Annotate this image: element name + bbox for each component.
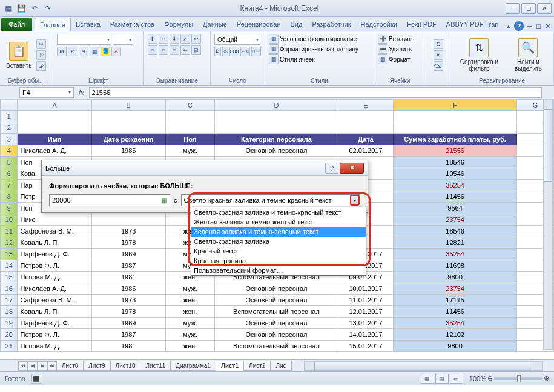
underline-icon[interactable]: Ч xyxy=(79,47,88,56)
doc-restore-icon[interactable]: ◻ xyxy=(536,22,541,30)
cell-salary[interactable]: 35254 xyxy=(394,249,517,260)
row-header-7[interactable]: 7 xyxy=(1,180,18,191)
dropdown-option[interactable]: Красная граница xyxy=(191,256,366,266)
dropdown-option[interactable]: Красный текст xyxy=(191,246,366,256)
redo-icon[interactable]: ↷ xyxy=(42,3,53,14)
fill-icon[interactable]: ▼ xyxy=(434,50,443,60)
save-icon[interactable]: 💾 xyxy=(16,3,27,14)
cell-salary[interactable]: 35254 xyxy=(394,180,517,191)
vertical-scrollbar[interactable] xyxy=(543,99,553,350)
cell-cat[interactable]: Вспомогательный персонал xyxy=(215,306,338,318)
format-as-table-button[interactable]: ▦Форматировать как таблицу xyxy=(269,44,370,54)
row-header-13[interactable]: 13 xyxy=(1,249,18,260)
cell-sex[interactable]: жен. xyxy=(165,306,214,318)
copy-icon[interactable]: ⎘ xyxy=(36,50,46,60)
cell-name[interactable]: Нико xyxy=(18,214,91,226)
cell-dob[interactable]: 1987 xyxy=(91,260,165,272)
table-header[interactable]: Имя xyxy=(18,134,91,145)
cell-date[interactable]: 10.01.2017 xyxy=(338,283,394,295)
cell-name[interactable]: Сафронова В. М. xyxy=(18,226,91,237)
row-header-6[interactable]: 6 xyxy=(1,168,18,180)
fill-color-icon[interactable]: 🪣 xyxy=(101,47,110,56)
zoom-slider[interactable] xyxy=(494,377,542,380)
cell-styles-button[interactable]: ▦Стили ячеек xyxy=(269,54,370,64)
cell[interactable] xyxy=(165,111,214,122)
wrap-text-icon[interactable]: ↩ xyxy=(191,34,201,44)
tab-разметка стра[interactable]: Разметка стра xyxy=(105,18,159,31)
tab-abbyy pdf tran[interactable]: ABBYY PDF Tran xyxy=(441,18,504,31)
tab-вставка[interactable]: Вставка xyxy=(71,18,105,31)
sheet-tab-Лист1[interactable]: Лист1 xyxy=(216,361,244,371)
format-select[interactable]: Светло-красная заливка и темно-красный т… xyxy=(181,194,361,206)
dropdown-option[interactable]: Светло-красная заливка xyxy=(191,237,366,246)
cell-name[interactable]: Петров Ф. Л. xyxy=(18,260,91,272)
zoom-slider-thumb[interactable] xyxy=(517,375,521,382)
cell-sex[interactable]: жен. xyxy=(165,295,214,306)
dec-decimal-icon[interactable]: 0→ xyxy=(251,47,261,56)
row-header-21[interactable]: 21 xyxy=(1,341,18,352)
cell[interactable] xyxy=(165,122,214,134)
font-size-combo[interactable] xyxy=(113,34,133,45)
sheet-tab-Лист10[interactable]: Лист10 xyxy=(110,361,141,371)
tab-формулы[interactable]: Формулы xyxy=(159,18,198,31)
dropdown-option[interactable]: Светло-красная заливка и темно-красный т… xyxy=(191,207,366,217)
cell-cat[interactable]: Основной персонал xyxy=(215,329,338,341)
col-header-A[interactable]: A xyxy=(18,100,91,111)
cell-name[interactable]: Николаев А. Д. xyxy=(18,145,91,157)
zoom-in-button[interactable]: ⊕ xyxy=(544,374,549,382)
cell-salary[interactable]: 11456 xyxy=(394,191,517,203)
cut-icon[interactable]: ✂ xyxy=(36,39,46,49)
cell-date[interactable]: 02.01.2017 xyxy=(338,145,394,157)
row-header-16[interactable]: 16 xyxy=(1,283,18,295)
border-icon[interactable]: ▦ xyxy=(90,47,99,56)
fx-icon[interactable]: fx xyxy=(79,89,84,96)
align-middle-icon[interactable]: ↔ xyxy=(159,34,168,44)
sheet-tab-Лист2[interactable]: Лист2 xyxy=(243,361,271,371)
name-box[interactable]: F4 xyxy=(19,87,74,98)
cell-name[interactable]: Попова М. Д. xyxy=(18,272,91,283)
orientation-icon[interactable]: ↗ xyxy=(180,34,190,44)
sheet-tab-Диаграмма1[interactable]: Диаграмма1 xyxy=(170,361,216,371)
autosum-icon[interactable]: Σ xyxy=(434,39,443,49)
clear-icon[interactable]: ⌫ xyxy=(434,61,443,71)
cell-name[interactable]: Парфенов Д. Ф. xyxy=(18,318,91,329)
cell-salary[interactable]: 12102 xyxy=(394,329,517,341)
align-center-icon[interactable]: ≡ xyxy=(159,45,168,55)
sheet-first-button[interactable]: ⏮ xyxy=(18,361,28,371)
table-header[interactable]: Сумма заработной платы, руб. xyxy=(394,134,517,145)
cell[interactable] xyxy=(18,111,91,122)
cell-salary[interactable]: 18546 xyxy=(394,226,517,237)
font-family-combo[interactable] xyxy=(57,34,111,45)
align-right-icon[interactable]: ≡ xyxy=(170,45,179,55)
doc-close-icon[interactable]: ✕ xyxy=(545,22,550,30)
cell-cat[interactable]: Основной персонал xyxy=(215,318,338,329)
dropdown-option[interactable]: Желтая заливка и темно-желтый текст xyxy=(191,217,366,227)
cell-dob[interactable] xyxy=(91,214,165,226)
cell-name[interactable]: Коваль Л. П. xyxy=(18,237,91,249)
italic-icon[interactable]: К xyxy=(68,47,77,56)
sheet-tab-Лис[interactable]: Лис xyxy=(270,361,291,371)
row-header-17[interactable]: 17 xyxy=(1,295,18,306)
table-header[interactable]: Пол xyxy=(165,134,214,145)
cell-salary[interactable]: 11698 xyxy=(394,260,517,272)
cell-salary[interactable]: 10546 xyxy=(394,168,517,180)
cell-dob[interactable]: 1969 xyxy=(91,318,165,329)
cell-dob[interactable]: 1985 xyxy=(91,145,165,157)
cell-dob[interactable]: 1973 xyxy=(91,295,165,306)
format-dropdown-list[interactable]: Светло-красная заливка и темно-красный т… xyxy=(191,207,366,276)
col-header-D[interactable]: D xyxy=(215,100,338,111)
bold-icon[interactable]: Ж xyxy=(57,47,67,56)
tab-разработчик[interactable]: Разработчик xyxy=(307,18,355,31)
cell-name[interactable]: Сафронова В. М. xyxy=(18,295,91,306)
undo-icon[interactable]: ↶ xyxy=(29,3,40,14)
sheet-prev-button[interactable]: ◀ xyxy=(28,361,38,371)
cell-dob[interactable]: 1978 xyxy=(91,306,165,318)
cell-cat[interactable]: Основной персонал xyxy=(215,145,338,157)
cell[interactable] xyxy=(394,122,517,134)
percent-icon[interactable]: % xyxy=(222,47,229,56)
cell-cat[interactable]: Основной персонал xyxy=(215,283,338,295)
font-color-icon[interactable]: A xyxy=(111,47,121,56)
row-header-20[interactable]: 20 xyxy=(1,329,18,341)
currency-icon[interactable]: ₽ xyxy=(214,47,221,56)
scrollbar-thumb[interactable] xyxy=(314,362,532,370)
